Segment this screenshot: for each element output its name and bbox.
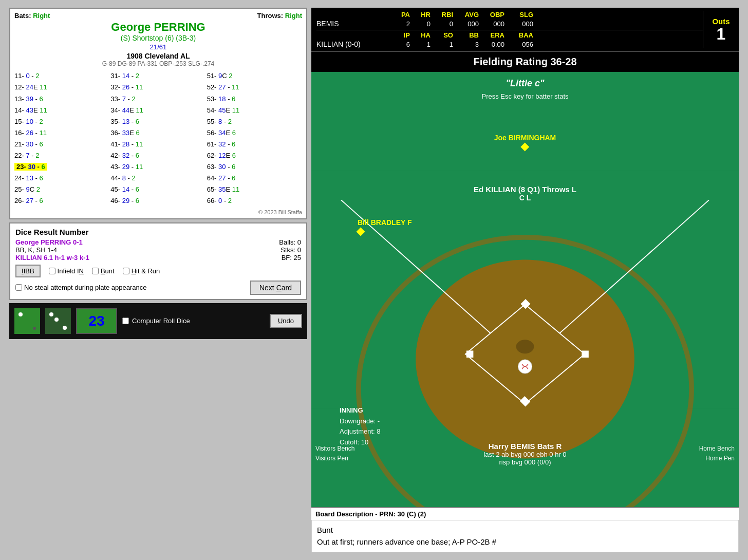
batter-avg: 000: [456, 20, 482, 28]
balls-count: Balls: 0: [279, 238, 301, 246]
card-row-45: 45- 14 - 6: [110, 184, 205, 195]
card-row-55: 55- 8 - 2: [207, 116, 302, 127]
pitcher-sub-label: C L: [474, 194, 576, 202]
slg-header: SLG: [508, 11, 533, 18]
card-row-41: 41- 28 - 11: [110, 139, 205, 150]
card-row-25: 25- 9C 2: [14, 184, 109, 195]
next-card-button[interactable]: Next Card: [250, 281, 301, 295]
card-row-16: 16- 26 - 11: [14, 127, 109, 139]
card-row-63: 63- 30 - 6: [207, 161, 302, 173]
card-row-42: 42- 32 - 6: [110, 150, 205, 161]
player-record: 21/61: [14, 43, 302, 51]
no-steal-checkbox[interactable]: No steal attempt during plate appearance: [15, 284, 147, 291]
so-header: SO: [434, 31, 456, 39]
card-row-22: 22- 7 - 2: [14, 150, 109, 161]
pitcher-bb: 3: [456, 41, 482, 48]
baa-header: BAA: [508, 31, 533, 39]
batter-slg: 000: [508, 20, 533, 28]
ha-header: HA: [413, 31, 434, 39]
little-c-label: "Little c": [506, 78, 544, 89]
card-row-31: 31- 14 - 2: [110, 70, 205, 82]
hit-run-checkbox[interactable]: Hit & Run: [123, 267, 160, 275]
card-row-62: 62- 12E 6: [207, 150, 302, 161]
no-steal-input[interactable]: [15, 284, 22, 291]
undo-button[interactable]: Undo: [270, 314, 302, 328]
player-position: (S) Shortstop (6) (3B-3): [14, 34, 302, 42]
card-row-32: 32- 26 - 11: [110, 82, 205, 93]
dice-result-title: Dice Result Number: [15, 228, 301, 236]
lf-label: Bill BRADLEY F: [358, 218, 412, 227]
batter-rbi: 0: [434, 20, 456, 28]
batter-name-sb: BEMIS: [316, 20, 388, 28]
card-row-51: 51- 9C 2: [207, 70, 302, 82]
die-one: [14, 308, 40, 334]
pitcher-line: KILLIAN 6.1 h-1 w-3 k-1: [15, 254, 269, 262]
card-row-14: 14- 43E 11: [14, 105, 109, 116]
card-row-43: 43- 29 - 11: [110, 161, 205, 173]
card-row-15: 15- 10 - 2: [14, 116, 109, 127]
die-two: [45, 308, 71, 334]
bunt-checkbox[interactable]: Bunt: [92, 267, 115, 275]
card-row-36: 36- 33E 6: [110, 127, 205, 139]
card-row-64: 64- 27 - 6: [207, 173, 302, 184]
card-row-52: 52- 27 - 11: [207, 82, 302, 93]
stks-count: Stks: 0: [280, 246, 301, 254]
infield-in-input[interactable]: [49, 268, 55, 274]
card-row-35: 35- 13 - 6: [110, 116, 205, 127]
board-desc-header: Board Description - PRN: 30 (C) (2): [311, 507, 739, 520]
avg-header: AVG: [456, 11, 482, 18]
hr-header: HR: [413, 11, 434, 18]
dice-display-row: 23 Computer Roll Dice Undo: [9, 303, 307, 339]
bb-header: BB: [456, 31, 482, 39]
card-row-56: 56- 34E 6: [207, 127, 302, 139]
card-row-61: 61- 32 - 6: [207, 139, 302, 150]
card-row-34: 34- 44E 11: [110, 105, 205, 116]
bb-k-sh: BB, K, SH 1-4: [15, 246, 269, 254]
dice-batter-name: George PERRING 0-1: [15, 238, 269, 246]
bf-count: BF: 25: [282, 254, 301, 262]
ibb-button[interactable]: IIBB: [15, 265, 41, 277]
card-row-53: 53- 18 - 6: [207, 94, 302, 105]
pa-header: PA: [388, 11, 413, 18]
pitcher-ip: 6: [388, 41, 413, 48]
card-row-65: 65- 35E 11: [207, 184, 302, 195]
cf-label: Joe BIRMINGHAM: [494, 134, 556, 142]
card-row-11: 11- 0 - 2: [14, 70, 109, 82]
pitcher-so: 1: [434, 41, 456, 48]
lf-marker: [357, 228, 365, 236]
ip-header: IP: [388, 31, 413, 39]
board-desc-body: Bunt Out at first; runners advance one b…: [311, 520, 739, 552]
throws-label: Throws: Right: [257, 12, 302, 20]
card-row-54: 54- 45E 11: [207, 105, 302, 116]
card-row-44: 44- 8 - 2: [110, 173, 205, 184]
card-row-66: 66- 0 - 2: [207, 195, 302, 207]
batter-obp: 000: [482, 20, 508, 28]
player-team: 1908 Cleveland AL: [14, 52, 302, 60]
batter-pa: 2: [388, 20, 413, 28]
baseball-field: "Little c" Press Esc key for batter stat…: [311, 72, 739, 507]
dice-number: 23: [76, 308, 117, 334]
hit-run-input[interactable]: [123, 268, 129, 274]
card-row-21: 21- 30 - 6: [14, 139, 109, 150]
dice-result-box: Dice Result Number George PERRING 0-1 BB…: [9, 222, 307, 300]
bunt-input[interactable]: [92, 268, 99, 274]
outs-display: Outs 1: [703, 11, 734, 48]
visitors-bench: Visitors Bench Visitors Pen: [315, 444, 354, 463]
board-description-section: Board Description - PRN: 30 (C) (2) Bunt…: [311, 507, 739, 552]
card-row-12: 12- 24E 11: [14, 82, 109, 93]
era-header: ERA: [482, 31, 508, 39]
fielding-header: Fielding Rating 36-28: [311, 51, 739, 72]
press-esc-label: Press Esc key for batter stats: [481, 92, 568, 100]
card-row-23: 23- 30 - 6: [14, 161, 47, 173]
pitcher-baa: 056: [508, 41, 533, 48]
batter-hr: 0: [413, 20, 434, 28]
card-row-26: 26- 27 - 6: [14, 195, 109, 207]
card-row-46: 46- 29 - 6: [110, 195, 205, 207]
home-bench: Home Bench Home Pen: [699, 444, 735, 463]
pitcher-label: Ed KILLIAN (8 Q1) Throws L: [474, 185, 576, 194]
batter-display: Harry BEMIS Bats R last 2 ab bvg 000 ebh…: [483, 442, 566, 466]
infield-in-checkbox[interactable]: Infield IN: [49, 267, 84, 275]
obp-header: OBP: [482, 11, 508, 18]
player-stats: G-89 DG-89 PA-331 OBP-.253 SLG-.274: [14, 60, 302, 67]
computer-roll-checkbox[interactable]: [122, 318, 129, 324]
